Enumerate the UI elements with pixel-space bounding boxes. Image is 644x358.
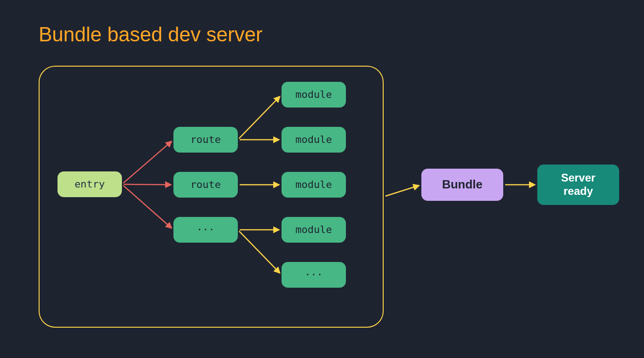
- module-node-1: module: [282, 82, 346, 108]
- route-node-ellipsis: ···: [173, 217, 238, 243]
- server-ready-node: Server ready: [537, 165, 619, 205]
- diagram-title: Bundle based dev server: [39, 23, 263, 46]
- module-node-ellipsis: ···: [282, 262, 346, 288]
- bundle-node: Bundle: [421, 169, 503, 201]
- entry-node: entry: [58, 171, 122, 197]
- module-node-2: module: [282, 127, 346, 153]
- arrow-frame_right-to-bundle: [385, 186, 419, 196]
- module-node-4: module: [282, 217, 346, 243]
- module-node-3: module: [282, 172, 346, 198]
- route-node-1: route: [173, 127, 238, 153]
- route-node-2: route: [173, 172, 238, 198]
